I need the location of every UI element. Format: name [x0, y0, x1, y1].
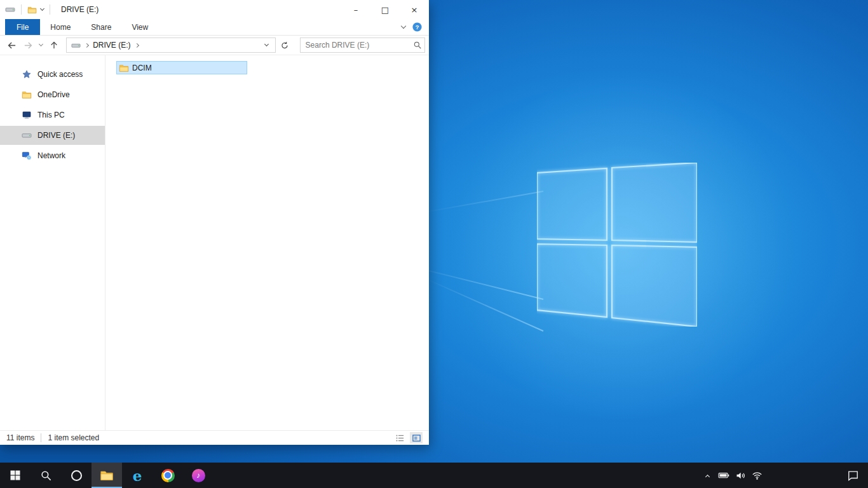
- taskbar-cortana-button[interactable]: [61, 463, 92, 488]
- drive-icon: [71, 41, 81, 50]
- maximize-button[interactable]: □: [370, 0, 400, 19]
- volume-tray-button[interactable]: [732, 463, 749, 488]
- sidebar-item-drive-e[interactable]: DRIVE (E:): [0, 126, 105, 145]
- taskbar-search-button[interactable]: [31, 463, 61, 488]
- file-explorer-icon: [100, 468, 114, 482]
- taskbar: e ♪: [0, 463, 868, 488]
- action-center-icon: [847, 470, 859, 482]
- expand-ribbon-icon[interactable]: [401, 24, 406, 29]
- start-button[interactable]: [0, 463, 31, 488]
- system-tray: [699, 463, 868, 488]
- up-button[interactable]: [46, 37, 63, 53]
- drive-icon: [22, 130, 32, 140]
- close-button[interactable]: ×: [400, 0, 429, 19]
- taskbar-file-explorer-button[interactable]: [92, 463, 122, 488]
- search-icon: [40, 470, 52, 482]
- tab-share[interactable]: Share: [81, 19, 121, 35]
- status-bar: 11 items 1 item selected: [0, 430, 429, 445]
- battery-icon: [718, 470, 729, 481]
- sidebar-item-quick-access[interactable]: Quick access: [0, 65, 105, 84]
- cortana-icon: [71, 470, 82, 481]
- refresh-button[interactable]: [277, 37, 292, 53]
- folder-icon: [119, 63, 129, 73]
- sidebar-item-label: DRIVE (E:): [37, 131, 75, 140]
- view-toggles: [393, 432, 423, 444]
- large-icons-view-button[interactable]: [410, 432, 423, 444]
- sidebar-item-onedrive[interactable]: OneDrive: [0, 85, 105, 104]
- taskbar-chrome-button[interactable]: [153, 463, 183, 488]
- pc-icon: [22, 110, 32, 120]
- help-icon[interactable]: [412, 22, 423, 32]
- navigation-pane: Quick access OneDrive This PC DRIVE (E:)…: [0, 55, 105, 430]
- window-title: DRIVE (E:): [61, 5, 98, 14]
- show-hidden-icons-button[interactable]: [699, 463, 715, 488]
- back-button[interactable]: [4, 37, 20, 53]
- divider: [41, 433, 41, 442]
- folder-icon: [22, 90, 32, 100]
- tab-home[interactable]: Home: [40, 19, 81, 35]
- navigation-bar: DRIVE (E:): [0, 36, 429, 55]
- file-item-dcim[interactable]: DCIM: [116, 61, 247, 74]
- chevron-right-icon[interactable]: [85, 43, 89, 47]
- chrome-icon: [161, 469, 175, 482]
- title-bar: DRIVE (E:) – □ ×: [0, 0, 429, 19]
- selection-count: 1 item selected: [48, 433, 99, 442]
- divider: [50, 4, 50, 15]
- ribbon-right-controls: [402, 19, 429, 35]
- tab-view[interactable]: View: [121, 19, 158, 35]
- itunes-icon: ♪: [192, 469, 205, 482]
- forward-button[interactable]: [20, 37, 37, 53]
- wifi-tray-button[interactable]: [749, 463, 765, 488]
- breadcrumb-segment[interactable]: DRIVE (E:): [93, 41, 130, 50]
- drive-icon: [5, 4, 15, 15]
- file-item-label: DCIM: [132, 64, 152, 72]
- details-view-button[interactable]: [393, 432, 406, 444]
- chevron-down-icon[interactable]: [40, 6, 44, 11]
- windows-logo-wallpaper: [537, 163, 697, 327]
- quick-access-toolbar: [5, 4, 52, 15]
- file-list-pane[interactable]: DCIM: [105, 55, 429, 430]
- sidebar-item-label: This PC: [37, 111, 65, 119]
- windows-logo-icon: [10, 470, 21, 481]
- chevron-up-icon: [705, 474, 709, 478]
- chevron-right-icon[interactable]: [135, 43, 139, 47]
- sidebar-item-label: Quick access: [37, 70, 83, 79]
- breadcrumb[interactable]: DRIVE (E:): [69, 41, 260, 50]
- taskbar-itunes-button[interactable]: ♪: [183, 463, 214, 488]
- explorer-main: Quick access OneDrive This PC DRIVE (E:)…: [0, 55, 429, 430]
- address-dropdown-button[interactable]: [260, 38, 273, 52]
- taskbar-internet-explorer-button[interactable]: e: [122, 463, 153, 488]
- items-count: 11 items: [6, 433, 34, 442]
- search-input[interactable]: [306, 41, 413, 50]
- folder-icon[interactable]: [27, 5, 37, 15]
- internet-explorer-icon: e: [133, 468, 142, 483]
- sidebar-item-label: OneDrive: [37, 90, 70, 99]
- recent-locations-chevron[interactable]: [36, 37, 46, 53]
- network-icon: [22, 151, 32, 161]
- file-explorer-window: DRIVE (E:) – □ × File Home Share View: [0, 0, 429, 445]
- window-controls: – □ ×: [341, 0, 429, 19]
- action-center-button[interactable]: [840, 463, 865, 488]
- divider: [21, 4, 22, 15]
- minimize-button[interactable]: –: [341, 0, 370, 19]
- tab-file[interactable]: File: [5, 19, 40, 35]
- sidebar-item-network[interactable]: Network: [0, 146, 105, 165]
- address-bar[interactable]: DRIVE (E:): [66, 37, 276, 53]
- search-box[interactable]: [300, 37, 425, 53]
- wifi-icon: [752, 470, 763, 481]
- sidebar-item-this-pc[interactable]: This PC: [0, 105, 105, 125]
- speaker-icon: [735, 470, 746, 481]
- ribbon-tab-bar: File Home Share View: [0, 19, 429, 36]
- search-icon[interactable]: [413, 41, 422, 50]
- battery-tray-button[interactable]: [715, 463, 732, 488]
- sidebar-item-label: Network: [37, 151, 65, 160]
- star-icon: [22, 69, 32, 79]
